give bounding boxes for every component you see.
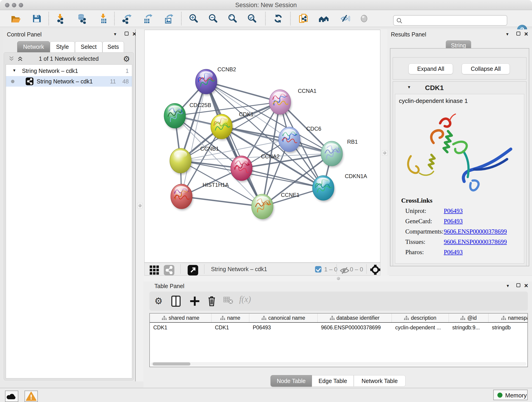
- memory-button[interactable]: Memory: [493, 390, 528, 400]
- preview-sphere-icon[interactable]: [359, 13, 370, 24]
- search-input[interactable]: [405, 16, 504, 25]
- network-from-selection-icon[interactable]: [298, 13, 309, 24]
- add-column-icon[interactable]: [190, 296, 200, 307]
- control-panel-menu-icon[interactable]: ▼: [113, 32, 117, 37]
- table-panel-close-icon[interactable]: ×: [524, 283, 528, 288]
- network-node-CCNA2[interactable]: CCNA2: [231, 153, 279, 182]
- results-panel-menu-icon[interactable]: ▼: [505, 32, 509, 37]
- left-splitter[interactable]: [136, 29, 144, 381]
- right-splitter-handle[interactable]: [382, 150, 387, 155]
- network-node-CCNB2[interactable]: CCNB2: [196, 66, 236, 95]
- control-panel-float-icon[interactable]: [125, 32, 128, 36]
- open-session-icon[interactable]: [10, 13, 21, 24]
- table-panel-menu-icon[interactable]: ▼: [506, 284, 510, 288]
- column-header-database-identifier[interactable]: database identifier: [317, 313, 392, 322]
- import-table-icon[interactable]: [98, 13, 108, 24]
- network-node-CCNA1[interactable]: CCNA1: [269, 88, 317, 116]
- tab-edge-table[interactable]: Edge Table: [312, 375, 354, 387]
- search-icon: [396, 18, 403, 24]
- warnings-button[interactable]: [25, 390, 38, 402]
- zoom-in-icon[interactable]: [188, 13, 199, 24]
- crosslink-link[interactable]: P06493: [444, 218, 463, 225]
- zoom-selected-icon[interactable]: [247, 13, 257, 24]
- grid-view-icon[interactable]: [149, 265, 158, 274]
- table-cell[interactable]: cyclin-dependent ...: [392, 323, 449, 332]
- expand-all-button[interactable]: Expand All: [409, 64, 453, 74]
- zoom-out-icon[interactable]: [208, 13, 218, 24]
- crosslink-link[interactable]: 9606.ENSP00000378699: [444, 238, 507, 245]
- table-cell[interactable]: 9606.ENSP00000378699: [317, 323, 392, 332]
- tab-node-table[interactable]: Node Table: [271, 375, 312, 387]
- column-header-canonical-name[interactable]: canonical name: [249, 313, 317, 322]
- table-cell[interactable]: P06493: [249, 323, 317, 332]
- network-collection-row[interactable]: ▼ String Network – cdk1 1: [6, 65, 132, 76]
- column-header-shared-name[interactable]: shared name: [150, 313, 211, 322]
- crosslink-link[interactable]: P06493: [444, 249, 463, 255]
- table-row[interactable]: CDK1CDK1P064939606.ENSP00000378699cyclin…: [150, 323, 528, 332]
- tab-style[interactable]: Style: [50, 41, 75, 52]
- toolbar-separator: [290, 12, 291, 25]
- table-horizontal-scrollbar[interactable]: [151, 362, 526, 366]
- left-splitter-handle[interactable]: [138, 203, 143, 208]
- column-header-name[interactable]: name: [211, 313, 249, 322]
- network-node-CDK1[interactable]: CDK1: [211, 111, 254, 140]
- column-header-description[interactable]: description: [392, 313, 449, 322]
- home-icon[interactable]: [318, 13, 329, 24]
- table-cell[interactable]: stringdb: [488, 323, 528, 332]
- gene-section-header[interactable]: ▼ CDK1: [393, 82, 526, 94]
- network-row[interactable]: String Network – cdk1 11 48: [6, 76, 132, 87]
- table-cell[interactable]: stringdb:9...: [449, 323, 488, 332]
- import-network-database-icon[interactable]: [76, 13, 87, 24]
- network-edge[interactable]: [181, 82, 206, 196]
- horizontal-splitter[interactable]: [144, 276, 532, 281]
- table-cell[interactable]: CDK1: [150, 323, 211, 332]
- table-panel-float-icon[interactable]: [516, 283, 520, 287]
- show-columns-icon[interactable]: [171, 296, 181, 307]
- results-panel-float-icon[interactable]: [516, 32, 520, 36]
- cloud-button[interactable]: [5, 390, 18, 402]
- results-panel-close-icon[interactable]: ×: [524, 32, 528, 36]
- save-session-icon[interactable]: [32, 13, 42, 24]
- crosslink-link[interactable]: 9606.ENSP00000378699: [444, 228, 507, 235]
- network-node-CDKN1A[interactable]: CDKN1A: [312, 173, 367, 202]
- hidden-eye-icon[interactable]: [339, 265, 348, 273]
- delete-table-icon[interactable]: [223, 296, 233, 306]
- refresh-icon[interactable]: [273, 13, 283, 24]
- network-badge-icon[interactable]: [164, 265, 172, 274]
- column-header-namespace[interactable]: namespace: [488, 313, 528, 322]
- network-node-RB1[interactable]: RB1: [321, 139, 358, 167]
- memory-status-dot: [497, 393, 502, 398]
- function-builder-icon[interactable]: f(x): [239, 294, 251, 304]
- network-canvas[interactable]: CCNB2CCNA1CDC25BCDK1CDC6RB1CCNB1CCNA2CDK…: [144, 30, 380, 263]
- network-edge[interactable]: [181, 196, 262, 206]
- tab-sets[interactable]: Sets: [102, 41, 124, 52]
- horizontal-splitter-handle[interactable]: [336, 276, 341, 281]
- gene-expander-icon[interactable]: ▼: [407, 85, 411, 89]
- export-network-icon[interactable]: [122, 13, 133, 24]
- scrollbar-thumb[interactable]: [152, 362, 190, 366]
- table-cell[interactable]: CDK1: [211, 323, 249, 332]
- network-node-HIST1H1A[interactable]: HIST1H1A: [171, 182, 229, 210]
- table-options-gear-icon[interactable]: ⚙: [154, 296, 163, 306]
- selected-checkbox-icon[interactable]: [315, 266, 322, 273]
- node-label: RB1: [347, 139, 358, 145]
- collection-expander-icon[interactable]: ▼: [12, 68, 16, 73]
- open-in-window-icon[interactable]: [188, 265, 196, 274]
- import-network-file-icon[interactable]: [55, 13, 65, 24]
- hide-unhide-icon[interactable]: [340, 13, 350, 24]
- zoom-fit-icon[interactable]: [227, 13, 238, 24]
- export-table-icon[interactable]: [143, 13, 153, 24]
- column-header-label: @id: [467, 315, 476, 321]
- collapse-all-button[interactable]: Collapse All: [462, 64, 510, 74]
- network-options-gear-icon[interactable]: ⚙: [123, 54, 130, 64]
- export-image-icon[interactable]: [163, 13, 174, 24]
- tab-network-table[interactable]: Network Table: [354, 375, 405, 387]
- crosslink-link[interactable]: P06493: [444, 207, 463, 214]
- pan-crosshair-icon[interactable]: [370, 264, 380, 274]
- column-header--id[interactable]: @id: [449, 313, 488, 322]
- title-bar: Session: New Session: [0, 0, 532, 10]
- tab-select[interactable]: Select: [75, 41, 102, 52]
- delete-column-icon[interactable]: [207, 296, 216, 307]
- table-panel-title: Table Panel: [154, 283, 184, 289]
- tab-network[interactable]: Network: [17, 41, 50, 52]
